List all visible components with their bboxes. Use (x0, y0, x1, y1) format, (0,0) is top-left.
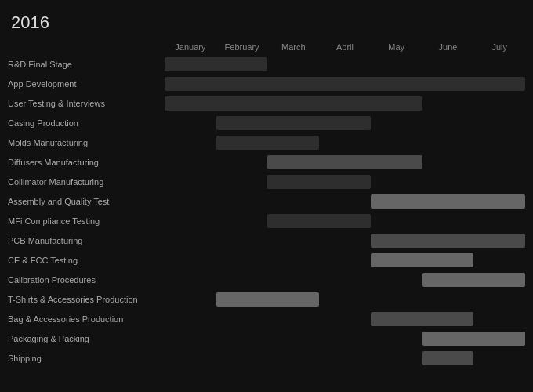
task-label: Collimator Manufacturing (8, 177, 165, 187)
month-header-june: June (422, 42, 474, 52)
gantt-bar-container (165, 312, 525, 326)
task-row: User Testing & Interviews (8, 94, 525, 113)
gantt-bar (165, 96, 422, 111)
task-label: Assembly and Quality Test (8, 197, 165, 206)
gantt-bar (216, 292, 319, 307)
gantt-bar-container (165, 273, 525, 287)
gantt-bar (422, 273, 525, 287)
task-row: PCB Manufacturing (8, 231, 525, 250)
month-header-january: January (165, 42, 216, 52)
gantt-bar (216, 136, 319, 150)
gantt-bar (267, 175, 370, 189)
task-label: Diffusers Manufacturing (8, 158, 165, 167)
gantt-bar-container (165, 116, 525, 130)
task-label: Molds Manufacturing (8, 138, 165, 147)
gantt-bar-container (165, 57, 525, 71)
gantt-bar-container (165, 96, 525, 111)
task-row: CE & FCC Testing (8, 251, 525, 270)
task-row: Collimator Manufacturing (8, 172, 525, 191)
gantt-bar (422, 332, 525, 346)
gantt-bar-container (165, 351, 525, 365)
task-row: Diffusers Manufacturing (8, 153, 525, 172)
gantt-bar-container (165, 194, 525, 209)
task-row: Calibration Procedures (8, 270, 525, 289)
task-label: Bag & Accessories Production (8, 314, 165, 324)
gantt-bar (267, 214, 370, 228)
gantt-bar-container (165, 155, 525, 169)
gantt-bar-container (165, 136, 525, 150)
gantt-bar-container (165, 214, 525, 228)
gantt-bar-container (165, 332, 525, 346)
task-label: R&D Final Stage (8, 60, 165, 69)
gantt-rows: R&D Final StageApp DevelopmentUser Testi… (8, 55, 525, 368)
gantt-bar (165, 77, 525, 91)
gantt-bar-container (165, 253, 525, 267)
task-row: Shipping (8, 349, 525, 368)
task-row: MFi Compliance Testing (8, 212, 525, 230)
month-headers: JanuaryFebruaryMarchAprilMayJuneJuly (165, 42, 525, 52)
month-header-may: May (371, 42, 422, 52)
month-header-march: March (267, 42, 319, 52)
gantt-bar (267, 155, 422, 169)
task-label: User Testing & Interviews (8, 99, 165, 108)
gantt-bar (371, 194, 525, 209)
task-label: CE & FCC Testing (8, 256, 165, 265)
task-row: R&D Final Stage (8, 55, 525, 74)
month-header-april: April (319, 42, 371, 52)
task-label: T-Shirts & Accessories Production (8, 295, 165, 304)
task-label: Casing Production (8, 118, 165, 128)
task-row: Casing Production (8, 114, 525, 132)
gantt-bar-container (165, 292, 525, 307)
gantt-bar-container (165, 234, 525, 248)
task-row: App Development (8, 74, 525, 93)
gantt-bar (371, 234, 525, 248)
task-row: Bag & Accessories Production (8, 310, 525, 328)
task-label: App Development (8, 79, 165, 89)
month-header-july: July (473, 42, 525, 52)
task-label: Shipping (8, 354, 165, 363)
gantt-bar (371, 253, 473, 267)
gantt-bar (165, 57, 267, 71)
year-title: 2016 (11, 13, 525, 33)
task-row: Packaging & Packing (8, 329, 525, 348)
task-row: T-Shirts & Accessories Production (8, 290, 525, 309)
task-label: Packaging & Packing (8, 334, 165, 343)
task-row: Assembly and Quality Test (8, 192, 525, 211)
chart-area: JanuaryFebruaryMarchAprilMayJuneJuly R&D… (8, 42, 525, 368)
gantt-bar (216, 116, 371, 130)
task-row: Molds Manufacturing (8, 133, 525, 152)
task-label: Calibration Procedures (8, 275, 165, 285)
month-header-february: February (216, 42, 268, 52)
gantt-bar-container (165, 77, 525, 91)
gantt-chart: 2016 JanuaryFebruaryMarchAprilMayJuneJul… (0, 0, 533, 392)
task-label: MFi Compliance Testing (8, 216, 165, 226)
gantt-bar-container (165, 175, 525, 189)
task-label: PCB Manufacturing (8, 236, 165, 245)
gantt-bar (371, 312, 473, 326)
gantt-bar (422, 351, 474, 365)
